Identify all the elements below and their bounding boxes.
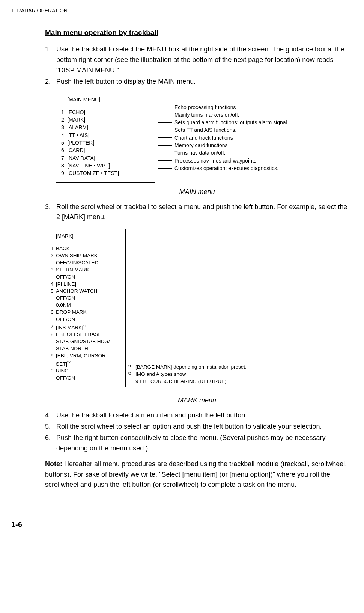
mark-item-option: OFF/ON: [51, 316, 120, 323]
footnote-ref: *2: [67, 360, 71, 364]
step-text: Roll the scrollwheel or trackball to sel…: [56, 202, 349, 223]
step-1: 1. Use the trackball to select the MENU …: [45, 44, 349, 76]
main-menu-caption: MAIN menu: [45, 188, 349, 196]
footnote-text: 9 EBL CURSOR BEARING (REL/TRUE): [135, 378, 227, 385]
chapter-header: 1. RADAR OPERATION: [11, 8, 353, 14]
step-2: 2. Push the left button to display the M…: [45, 77, 349, 87]
footnote-symbol: *1: [128, 364, 135, 371]
step-text: Push the right button consecutively to c…: [56, 433, 349, 454]
leader-line-icon: [158, 115, 172, 115]
menu-item-nav-data: 7[NAV DATA]: [61, 154, 149, 162]
menu-desc: Sets guard alarm functions; outputs alar…: [174, 119, 289, 126]
footnote-ref: *1: [83, 324, 87, 328]
menu-desc: Echo processing functions: [174, 104, 236, 111]
menu-desc: Memory card functions: [174, 142, 228, 149]
mark-item-option: 0.0NM: [51, 302, 120, 309]
mark-item-stern-mark: 3STERN MARK: [51, 267, 120, 274]
leader-line-icon: [158, 122, 172, 123]
mark-item-ring: 0RING: [51, 367, 120, 375]
mark-item-drop-mark: 6DROP MARK: [51, 309, 120, 316]
menu-item-tt-ais: 4[TT • AIS]: [61, 131, 149, 139]
mark-item-option: OFF/ON: [51, 375, 120, 382]
page-number: 1-6: [11, 520, 353, 529]
mark-item-option: STAB GND/STAB HDG/: [51, 338, 120, 345]
mark-item-pi-line: 4[PI LINE]: [51, 281, 120, 288]
leader-line-icon: [158, 137, 172, 138]
menu-item-mark: 2[MARK]: [61, 116, 149, 124]
note-label: Note:: [45, 460, 62, 468]
step-text: Use the trackball to select a menu item …: [56, 410, 349, 421]
leader-line-icon: [158, 160, 172, 161]
leader-line-icon: [158, 153, 172, 153]
step-number: 6.: [45, 433, 56, 454]
footnote-text: [BARGE MARK] depending on installation p…: [135, 364, 247, 371]
menu-item-nav-line-wpt: 8[NAV LINE • WPT]: [61, 162, 149, 169]
step-4: 4. Use the trackball to select a menu it…: [45, 410, 349, 421]
menu-desc: Sets TT and AIS functions.: [174, 126, 236, 134]
menu-desc: Chart and track functions: [174, 134, 233, 142]
step-number: 4.: [45, 410, 56, 421]
mark-item-option: STAB NORTH: [51, 345, 120, 352]
step-number: 5.: [45, 422, 56, 432]
mark-menu-title: [MARK]: [51, 233, 120, 240]
mark-item-own-ship-mark: 2OWN SHIP MARK: [51, 252, 120, 259]
page: 1. RADAR OPERATION Main menu operation b…: [0, 0, 364, 544]
step-3: 3. Roll the scrollwheel or trackball to …: [45, 202, 349, 223]
leader-line-icon: [158, 107, 172, 107]
note-text: Hereafter all menu procedures are descri…: [45, 460, 347, 489]
step-5: 5. Roll the scrollwheel to select an opt…: [45, 422, 349, 432]
menu-desc: Customizes operation; executes diagnosti…: [174, 164, 278, 172]
main-menu-figure: [MAIN MENU] 1[ECHO] 2[MARK] 3[ALARM] 4[T…: [56, 92, 349, 183]
menu-item-card: 6[CARD]: [61, 146, 149, 154]
mark-item-anchor-watch: 5ANCHOR WATCH: [51, 288, 120, 295]
leader-line-icon: [158, 145, 172, 146]
mark-menu-figure: [MARK] 1BACK 2OWN SHIP MARK OFF/MIN/SCAL…: [45, 229, 349, 387]
step-number: 3.: [45, 202, 56, 223]
mark-item-ebl-offset-base: 8EBL OFFSET BASE: [51, 331, 120, 338]
section-title: Main menu operation by trackball: [45, 29, 349, 37]
menu-item-plotter: 5[PLOTTER]: [61, 139, 149, 146]
mark-item-option: OFF/ON: [51, 295, 120, 302]
mark-menu-box: [MARK] 1BACK 2OWN SHIP MARK OFF/MIN/SCAL…: [45, 229, 126, 387]
menu-item-echo: 1[ECHO]: [61, 108, 149, 116]
mark-menu-caption: MARK menu: [45, 396, 349, 404]
menu-item-customize-test: 9[CUSTOMIZE • TEST]: [61, 169, 149, 177]
content-area: Main menu operation by trackball 1. Use …: [45, 29, 349, 490]
step-number: 2.: [45, 77, 56, 87]
step-text: Roll the scrollwheel to select an option…: [56, 422, 349, 432]
mark-item-option: OFF/MIN/SCALED: [51, 259, 120, 267]
menu-item-alarm: 3[ALARM]: [61, 124, 149, 131]
leader-line-icon: [158, 130, 172, 130]
menu-desc: Turns nav data on/off.: [174, 149, 225, 157]
mark-item-ebl-vrm-cursor-set: 9[EBL, VRM, CURSOR SET]*2: [51, 352, 120, 367]
footnote-text: IMO and A types show: [135, 371, 186, 378]
mark-item-option: OFF/ON: [51, 274, 120, 281]
leader-line-icon: [158, 168, 172, 169]
main-menu-descriptions: Echo processing functions Mainly turns m…: [158, 92, 289, 172]
menu-desc: Processes nav lines and waypoints.: [174, 157, 258, 164]
step-text: Push the left button to display the MAIN…: [56, 77, 349, 87]
step-number: 1.: [45, 44, 56, 76]
note-paragraph: Note: Hereafter all menu procedures are …: [45, 459, 349, 491]
mark-item-ins-mark: 7[INS MARK]*1: [51, 323, 120, 331]
mark-item-back: 1BACK: [51, 245, 120, 252]
main-menu-box: [MAIN MENU] 1[ECHO] 2[MARK] 3[ALARM] 4[T…: [56, 92, 155, 183]
step-text: Use the trackball to select the MENU box…: [56, 44, 349, 76]
step-6: 6. Push the right button consecutively t…: [45, 433, 349, 454]
footnote-symbol: *2: [128, 371, 135, 378]
main-menu-title: [MAIN MENU]: [61, 96, 149, 103]
mark-menu-footnotes: *1[BARGE MARK] depending on installation…: [128, 364, 247, 387]
menu-desc: Mainly turns markers on/off.: [174, 111, 239, 119]
